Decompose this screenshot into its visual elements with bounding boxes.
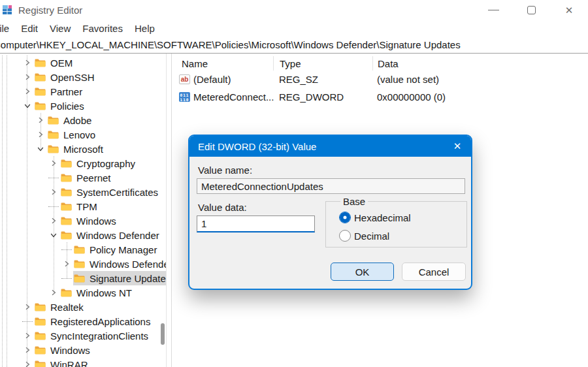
expand-toggle[interactable]	[34, 113, 47, 127]
tree-item-windows[interactable]: Windows	[0, 214, 166, 228]
value-row-meteredconnect-[interactable]: 011110MeteredConnect...REG_DWORD0x000000…	[172, 88, 588, 106]
value-data-input[interactable]	[197, 215, 315, 232]
tree-item-windows[interactable]: Windows	[0, 343, 166, 357]
column-header-type[interactable]: Type	[273, 56, 372, 71]
tree-item-oem[interactable]: OEM	[0, 56, 166, 70]
tree-item-realtek[interactable]: Realtek	[0, 300, 166, 314]
tree-item-winrar[interactable]: WinRAR	[0, 357, 166, 367]
value-row--default-[interactable]: ab(Default)REG_SZ(value not set)	[172, 71, 588, 88]
tree-item-label: Signature Updates	[90, 273, 167, 284]
base-group: Base HexadecimalDecimal	[325, 196, 467, 247]
expand-toggle[interactable]	[60, 257, 73, 271]
address-bar[interactable]: Computer\HKEY_LOCAL_MACHINE\SOFTWARE\Pol…	[0, 37, 588, 54]
tree-item-windows-nt[interactable]: Windows NT	[0, 285, 166, 300]
expand-toggle[interactable]	[47, 285, 60, 300]
expand-toggle[interactable]	[21, 300, 34, 314]
tree-item-windows-defender[interactable]: Windows Defender	[0, 228, 166, 242]
radio-option-label: Hexadecimal	[354, 212, 411, 223]
folder-icon	[48, 144, 59, 153]
value-name-input[interactable]	[197, 178, 465, 194]
expand-toggle[interactable]	[47, 214, 60, 228]
maximize-icon	[527, 6, 536, 14]
registry-editor-window: Registry Editor ✕ FileEditViewFavoritesH…	[0, 0, 588, 367]
tree-item-label: Adobe	[63, 115, 91, 126]
collapse-toggle[interactable]	[34, 142, 47, 156]
expand-toggle[interactable]	[21, 357, 34, 367]
tree-item-label: Windows	[76, 215, 116, 227]
tree-item-adobe[interactable]: Adobe	[0, 113, 166, 127]
menu-item-edit[interactable]: Edit	[15, 23, 44, 34]
folder-icon	[35, 58, 46, 67]
base-option-decimal[interactable]: Decimal	[339, 228, 466, 244]
tree-item-peernet[interactable]: Peernet	[0, 170, 166, 185]
value-type-cell: REG_SZ	[273, 74, 372, 85]
dialog-close-icon: ✕	[453, 140, 462, 152]
tree-item-lenovo[interactable]: Lenovo	[0, 127, 166, 142]
cancel-button[interactable]: Cancel	[402, 263, 466, 281]
tree-item-main: Policies	[34, 99, 166, 113]
menu-item-help[interactable]: Help	[129, 23, 161, 34]
value-name-cell: ab(Default)	[172, 74, 273, 85]
folder-icon	[35, 302, 46, 311]
folder-icon	[35, 317, 46, 326]
tree-item-label: Partner	[50, 86, 82, 97]
dword-value-icon: 011110	[179, 92, 190, 102]
folder-icon	[35, 87, 46, 96]
tree-item-main: Lenovo	[47, 127, 166, 142]
column-header-data[interactable]: Data	[372, 56, 588, 71]
tree-item-partner[interactable]: Partner	[0, 84, 166, 99]
tree-item-windows-defender[interactable]: Windows Defender	[0, 257, 166, 271]
window-controls: ✕	[474, 0, 588, 20]
tree-item-main: Windows Defender	[60, 228, 166, 242]
window-titlebar: Registry Editor ✕	[0, 0, 588, 20]
tree-item-main: RegisteredApplications	[34, 314, 166, 328]
dialog-titlebar: Edit DWORD (32-bit) Value ✕	[189, 136, 471, 157]
tree-item-main: Windows	[34, 343, 166, 357]
dialog-close-button[interactable]: ✕	[444, 136, 471, 157]
menu-item-favorites[interactable]: Favorites	[76, 23, 129, 34]
expand-toggle[interactable]	[21, 70, 34, 84]
expand-toggle[interactable]	[34, 127, 47, 142]
maximize-button[interactable]	[512, 0, 550, 20]
list-rows: ab(Default)REG_SZ(value not set)011110Me…	[172, 71, 588, 106]
menu-item-file[interactable]: File	[0, 23, 15, 34]
tree-item-label: Windows	[50, 345, 90, 356]
leaf-stub-line	[61, 278, 72, 279]
close-button[interactable]: ✕	[550, 0, 588, 20]
base-option-hexadecimal[interactable]: Hexadecimal	[339, 210, 466, 225]
tree-leaf-stub	[60, 242, 73, 257]
collapse-toggle[interactable]	[21, 99, 34, 113]
tree-item-policy-manager[interactable]: Policy Manager	[0, 242, 166, 257]
ok-button[interactable]: OK	[331, 263, 394, 281]
tree-item-openssh[interactable]: OpenSSH	[0, 70, 166, 84]
expand-toggle[interactable]	[21, 56, 34, 70]
tree-item-syncintegrationclients[interactable]: SyncIntegrationClients	[0, 328, 166, 343]
registry-tree-pane[interactable]: OEMOpenSSHPartnerPoliciesAdobeLenovoMicr…	[0, 54, 167, 367]
tree-item-main: Windows	[60, 214, 166, 228]
expand-toggle[interactable]	[21, 343, 34, 357]
folder-icon	[35, 345, 46, 355]
tree-item-systemcertificates[interactable]: SystemCertificates	[0, 185, 166, 199]
expand-toggle[interactable]	[21, 84, 34, 99]
tree-item-cryptography[interactable]: Cryptography	[0, 156, 166, 170]
tree-rows: OEMOpenSSHPartnerPoliciesAdobeLenovoMicr…	[0, 56, 166, 367]
close-icon: ✕	[565, 5, 574, 15]
folder-icon	[35, 331, 46, 340]
tree-item-tpm[interactable]: TPM	[0, 199, 166, 214]
tree-scrollbar-thumb[interactable]	[161, 323, 165, 345]
chevron-right-icon	[36, 130, 45, 139]
tree-item-microsoft[interactable]: Microsoft	[0, 142, 166, 156]
column-header-name[interactable]: Name	[172, 56, 273, 71]
value-name-cell: 011110MeteredConnect...	[172, 91, 273, 103]
tree-item-policies[interactable]: Policies	[0, 99, 166, 113]
tree-item-label: TPM	[76, 201, 97, 212]
menu-item-view[interactable]: View	[44, 23, 76, 34]
collapse-toggle[interactable]	[47, 228, 60, 242]
expand-toggle[interactable]	[47, 185, 60, 199]
tree-item-registeredapplications[interactable]: RegisteredApplications	[0, 314, 166, 328]
minimize-button[interactable]	[474, 0, 512, 20]
pane-splitter[interactable]	[167, 54, 171, 367]
expand-toggle[interactable]	[21, 328, 34, 343]
expand-toggle[interactable]	[47, 156, 60, 170]
tree-item-signature-updates[interactable]: Signature Updates	[0, 271, 166, 285]
